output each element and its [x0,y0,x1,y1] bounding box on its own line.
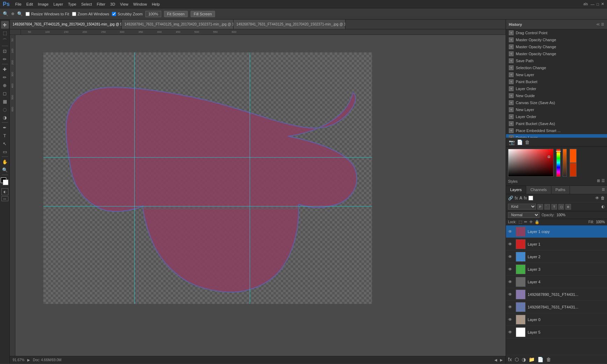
layer-new-btn[interactable]: 📄 [537,357,543,362]
zoom-all-checkbox[interactable] [72,12,76,16]
layer-group-btn[interactable]: 📁 [529,357,535,362]
layer-item-0[interactable]: 👁 Layer 1 copy [506,225,607,238]
dodge-tool[interactable]: ◑ [1,114,9,121]
menu-view[interactable]: View [118,1,130,7]
history-item-7[interactable]: Paint Bucket [506,78,607,85]
layer-item-8[interactable]: 👁 Layer 5 [506,326,607,338]
blur-tool[interactable]: ◌ [1,105,9,113]
lock-all-icon[interactable]: 🔒 [535,220,540,224]
history-item-1[interactable]: Master Opacity Change [506,36,607,43]
menu-image[interactable]: Image [36,1,51,7]
eraser-tool[interactable]: ◻ [1,89,9,97]
menu-file[interactable]: File [13,1,24,7]
history-item-0[interactable]: Drag Control Point [506,29,607,36]
layer-fx2-icon[interactable]: fx [524,196,527,201]
color-alpha-slider[interactable] [563,149,567,177]
menu-select[interactable]: Select [79,1,94,7]
tab-2[interactable]: 1492687841_7631_FT443125_img_20170420_15… [234,20,345,29]
move-tool[interactable]: ✛ [1,21,9,29]
hand-tool[interactable]: ✋ [1,158,9,166]
layers-panel-menu-btn[interactable]: ☰ [600,186,607,194]
minimize-btn[interactable]: — [591,2,594,6]
tab-layers[interactable]: Layers [506,186,526,194]
tab-paths[interactable]: Paths [551,186,570,194]
tab-1[interactable]: 1492687841_7631_FT443125_img_20170420_15… [122,20,234,29]
history-snapshot-btn[interactable]: 📷 [509,139,515,145]
menu-help[interactable]: Help [150,1,162,7]
menu-edit[interactable]: Edit [24,1,35,7]
layer-visibility-1[interactable]: 👁 [508,242,514,247]
healing-tool[interactable]: ✚ [1,65,9,73]
layer-visibility-5[interactable]: 👁 [508,292,514,297]
filter-toggle-icon[interactable]: ◐ [601,204,605,209]
layer-delete-btn[interactable]: 🗑 [546,357,551,362]
layer-visibility-4[interactable]: 👁 [508,279,514,284]
menu-3d[interactable]: 3D [108,1,117,7]
styles-list-btn[interactable]: ☰ [601,179,605,183]
crop-tool[interactable]: ⊡ [1,47,9,55]
history-item-9[interactable]: New Guide [506,92,607,99]
layer-visibility-icon[interactable]: 👁 [595,196,599,201]
screen-mode-btn[interactable]: ▭ [1,196,8,201]
color-gradient[interactable] [508,149,554,177]
layer-visibility-0[interactable]: 👁 [508,229,514,234]
history-item-12[interactable]: Layer Order [506,113,607,120]
zoom-tool[interactable]: 🔍 [1,166,9,174]
history-delete-btn[interactable]: 🗑 [525,139,530,145]
styles-grid-btn[interactable]: ⊞ [597,179,600,183]
layer-item-2[interactable]: 👁 Layer 2 [506,250,607,263]
blend-mode-select[interactable]: Normal [508,212,540,218]
tab-0[interactable]: 1492687604_7631_FT443125_img_20170420_15… [10,20,122,29]
tab-channels[interactable]: Channels [526,186,551,194]
history-item-13[interactable]: Paint Bucket (Save As) [506,120,607,127]
history-item-10[interactable]: Canvas Size (Save As) [506,99,607,106]
zoom-input[interactable] [145,11,161,17]
zoom-out-icon[interactable]: 🔍 [3,11,8,16]
filter-type-icon[interactable]: T [551,204,557,210]
pen-tool[interactable]: ✒ [1,124,9,131]
layer-mask-icon[interactable]: A [519,196,522,201]
quick-mask-btn[interactable]: ◐ [1,188,8,195]
menu-type[interactable]: Type [66,1,78,7]
menu-layer[interactable]: Layer [51,1,65,7]
history-new-doc-btn[interactable]: 📄 [517,139,523,145]
layer-visibility-2[interactable]: 👁 [508,254,514,259]
history-item-6[interactable]: New Layer [506,71,607,78]
menu-filter[interactable]: Filter [95,1,107,7]
layer-item-5[interactable]: 👁 1492687890_7631_FT4431... [506,288,607,301]
zoom-fit-icon[interactable]: ⊕ [11,12,14,16]
history-item-3[interactable]: Master Opacity Change [506,50,607,57]
background-color[interactable] [3,180,8,185]
history-menu-btn[interactable]: ☰ [601,22,604,26]
page-right-icon[interactable]: ▶ [500,358,503,362]
gradient-tool[interactable]: ▦ [1,97,9,105]
type-tool[interactable]: T [1,132,9,139]
history-item-15[interactable]: Delete Layer [506,134,607,138]
path-select-tool[interactable]: ↖ [1,140,9,147]
layer-visibility-3[interactable]: 👁 [508,267,514,272]
eyedropper-tool[interactable]: ✏ [1,55,9,63]
layer-item-1[interactable]: 👁 Layer 1 [506,238,607,250]
history-item-4[interactable]: Save Path [506,57,607,64]
rectangle-tool[interactable]: ▭ [1,148,9,155]
layer-visibility-7[interactable]: 👁 [508,317,514,322]
kind-select[interactable]: Kind [508,204,536,210]
layer-add-mask-btn[interactable]: ⬡ [515,357,519,362]
layer-link-icon[interactable]: 🔗 [508,196,513,201]
canvas-wrapper[interactable] [15,35,506,356]
menu-window[interactable]: Window [131,1,149,7]
resize-windows-checkbox[interactable] [26,12,30,16]
layer-color-box[interactable] [528,196,533,201]
color-preview-current[interactable] [570,163,577,177]
history-item-14[interactable]: Place Embedded Smart ... [506,127,607,134]
layer-item-3[interactable]: 👁 Layer 3 [506,263,607,276]
fill-screen-button[interactable]: Fill Screen [191,11,215,17]
lock-transparent-icon[interactable]: ⬚ [519,220,522,224]
filter-shape-icon[interactable]: ◻ [558,204,564,210]
clone-tool[interactable]: ⊕ [1,81,9,89]
layer-item-6[interactable]: 👁 1492687841_7631_FT4431... [506,301,607,313]
layer-fx-icon[interactable]: fx [515,196,518,201]
layer-delete2-icon[interactable]: 🗑 [601,196,605,201]
history-item-5[interactable]: Selection Change [506,64,607,71]
color-hue-slider[interactable] [556,149,560,177]
